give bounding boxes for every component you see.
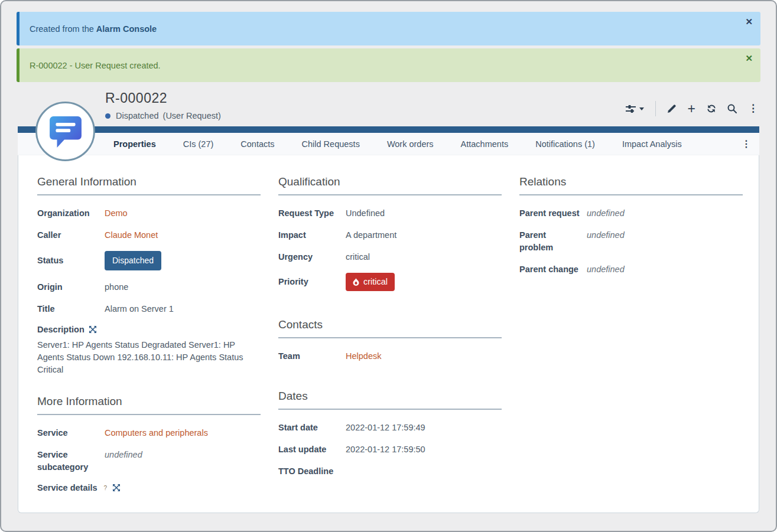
field-label: Request Type <box>278 207 346 220</box>
field-value: A department <box>346 229 396 241</box>
add-button[interactable]: + <box>688 104 695 113</box>
tab-contacts[interactable]: Contacts <box>240 139 274 149</box>
title-block: R-000022 Dispatched (User Request) <box>105 90 221 120</box>
field-service-subcategory: Service subcategory undefined <box>37 449 261 474</box>
edit-button[interactable] <box>667 104 677 113</box>
user-request-avatar <box>35 102 95 161</box>
service-link[interactable]: Computers and peripherals <box>105 427 208 439</box>
toolbar-divider <box>655 101 656 116</box>
help-marker: ? <box>104 485 108 491</box>
status-dot-icon <box>105 113 110 119</box>
priority-badge: critical <box>346 273 395 291</box>
section-title: Contacts <box>278 318 502 331</box>
field-value: Undefined <box>346 207 385 220</box>
field-label: Title <box>37 303 105 315</box>
field-urgency: Urgency critical <box>278 251 502 263</box>
tab-child-requests[interactable]: Child Requests <box>302 139 360 149</box>
tab-impact-analysis[interactable]: Impact Analysis <box>622 139 682 149</box>
team-link[interactable]: Helpdesk <box>346 350 381 363</box>
field-value: undefined <box>587 263 625 276</box>
field-title: Title Alarm on Server 1 <box>37 303 261 315</box>
field-status: Status Dispatched <box>37 251 261 270</box>
section-contacts: Contacts Team Helpdesk <box>278 318 502 363</box>
field-value: 2022-01-12 17:59:50 <box>346 443 425 456</box>
field-parent-problem: Parent problem undefined <box>519 229 743 254</box>
sliders-icon <box>626 105 636 113</box>
chat-bubble-icon <box>48 115 83 148</box>
expand-icon[interactable] <box>89 326 96 333</box>
field-label: Last update <box>278 443 346 456</box>
info-banner: Created from the Alarm Console ✕ <box>17 12 760 45</box>
field-value: 2022-01-12 17:59:49 <box>346 422 425 434</box>
field-service-details-label: Service details? <box>37 483 261 492</box>
field-label: TTO Deadline <box>278 465 346 478</box>
field-label: Parent request <box>519 207 587 220</box>
field-label: Urgency <box>278 251 346 263</box>
field-caller: Caller Claude Monet <box>37 229 261 241</box>
column-right: Relations Parent request undefined Paren… <box>519 175 743 285</box>
tab-properties[interactable]: Properties <box>113 139 156 149</box>
tab-cis[interactable]: CIs (27) <box>183 139 214 149</box>
field-tto-deadline: TTO Deadline <box>278 465 502 478</box>
column-middle: Qualification Request Type Undefined Imp… <box>278 175 502 487</box>
description-text: Server1: HP Agents Status Degradated Ser… <box>37 339 261 376</box>
section-title: Relations <box>519 175 743 188</box>
tab-bar: Properties CIs (27) Contacts Child Reque… <box>18 133 759 155</box>
field-value: undefined <box>587 207 625 220</box>
success-banner: R-000022 - User Request created. ✕ <box>17 48 760 82</box>
section-title: General Information <box>37 175 261 188</box>
status-badge: Dispatched <box>105 251 161 270</box>
flame-icon <box>353 278 359 286</box>
caller-link[interactable]: Claude Monet <box>105 229 158 241</box>
pencil-icon <box>667 104 677 113</box>
field-value: undefined <box>105 449 142 474</box>
close-icon[interactable]: ✕ <box>745 54 753 63</box>
more-actions-button[interactable]: ⋮ <box>748 104 758 113</box>
tab-notifications[interactable]: Notifications (1) <box>535 139 595 149</box>
info-banner-text: Created from the Alarm Console <box>30 24 157 34</box>
section-title: Dates <box>278 390 502 403</box>
field-request-type: Request Type Undefined <box>278 207 502 220</box>
field-label: Service details <box>37 483 97 492</box>
field-last-update: Last update 2022-01-12 17:59:50 <box>278 443 502 456</box>
chevron-down-icon <box>639 107 644 110</box>
section-rule <box>37 414 261 415</box>
section-rule <box>519 194 743 195</box>
status-text: Dispatched <box>116 111 159 120</box>
tabs-more-button[interactable]: ⋮ <box>742 138 751 149</box>
priority-badge-label: critical <box>363 276 388 288</box>
tab-attachments[interactable]: Attachments <box>461 139 509 149</box>
tab-work-orders[interactable]: Work orders <box>387 139 434 149</box>
field-value: phone <box>105 281 128 293</box>
field-organization: Organization Demo <box>37 207 261 220</box>
field-team: Team Helpdesk <box>278 350 502 363</box>
field-label: Status <box>37 251 105 270</box>
field-label: Parent change <box>519 263 587 276</box>
field-start-date: Start date 2022-01-12 17:59:49 <box>278 422 502 434</box>
field-label: Team <box>278 350 346 363</box>
field-priority: Priority critical <box>278 273 502 291</box>
search-button[interactable] <box>727 104 737 113</box>
close-icon[interactable]: ✕ <box>745 17 753 26</box>
field-label: Impact <box>278 229 346 241</box>
field-parent-request: Parent request undefined <box>519 207 743 220</box>
search-icon <box>727 104 737 113</box>
section-general-information: General Information Organization Demo Ca… <box>37 175 261 376</box>
field-label: Caller <box>37 229 105 241</box>
column-left: General Information Organization Demo Ca… <box>37 175 261 497</box>
ticket-header: R-000022 Dispatched (User Request) <box>18 82 759 126</box>
display-options-button[interactable] <box>626 105 644 113</box>
field-label: Origin <box>37 281 105 293</box>
section-rule <box>37 194 261 195</box>
info-banner-bold: Alarm Console <box>96 24 157 34</box>
field-impact: Impact A department <box>278 229 502 241</box>
section-title: Qualification <box>278 175 502 188</box>
field-value: Alarm on Server 1 <box>105 303 174 315</box>
section-title: More Information <box>37 395 261 408</box>
section-dates: Dates Start date 2022-01-12 17:59:49 Las… <box>278 390 502 478</box>
expand-icon[interactable] <box>113 484 120 491</box>
refresh-button[interactable] <box>707 104 716 113</box>
itop-object-page: Created from the Alarm Console ✕ R-00002… <box>0 0 777 532</box>
section-more-information: More Information Service Computers and p… <box>37 395 261 492</box>
organization-link[interactable]: Demo <box>105 207 128 220</box>
